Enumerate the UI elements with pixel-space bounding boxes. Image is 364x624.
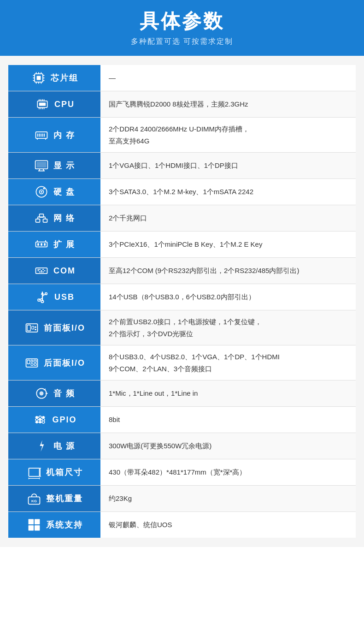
row-label-display: 显 示 bbox=[53, 160, 75, 171]
svg-rect-28 bbox=[42, 133, 43, 137]
svg-point-62 bbox=[41, 271, 42, 273]
svg-rect-79 bbox=[34, 360, 36, 362]
svg-rect-50 bbox=[41, 243, 43, 245]
svg-rect-108 bbox=[29, 519, 34, 525]
svg-point-60 bbox=[39, 271, 41, 273]
svg-point-63 bbox=[38, 269, 39, 270]
svg-point-74 bbox=[35, 326, 36, 328]
row-value-display: 1个VGA接口、1个HDMI接口、1个DP接口 bbox=[100, 153, 356, 179]
memory-icon bbox=[33, 127, 50, 143]
row-label-rear-io: 后面板I/O bbox=[44, 357, 85, 368]
row-value-power: 300W电源(可更换550W冗余电源) bbox=[100, 433, 356, 459]
row-value-audio: 1*Mic，1*Line out，1*Line in bbox=[100, 380, 356, 407]
svg-point-59 bbox=[44, 270, 46, 272]
svg-rect-77 bbox=[27, 360, 29, 363]
svg-rect-78 bbox=[31, 360, 33, 362]
svg-point-97 bbox=[42, 421, 45, 423]
svg-rect-51 bbox=[44, 243, 46, 245]
com-icon bbox=[33, 262, 50, 279]
svg-rect-25 bbox=[38, 133, 39, 137]
row-value-usb: 14个USB（8个USB3.0，6个USB2.0内部引出） bbox=[100, 284, 356, 310]
row-label-gpio: GPIO bbox=[52, 415, 76, 425]
cpu-icon bbox=[34, 96, 51, 113]
svg-rect-110 bbox=[29, 525, 34, 531]
audio-icon bbox=[33, 385, 50, 402]
dimensions-icon bbox=[26, 464, 42, 481]
row-label-network: 网 络 bbox=[53, 213, 75, 224]
row-label-expansion: 扩 展 bbox=[53, 239, 75, 250]
row-value-rear-io: 8个USB3.0、4个USB2.0、1个VGA、1个DP、1个HDMI9个COM… bbox=[100, 345, 356, 380]
svg-point-55 bbox=[38, 270, 39, 272]
row-label-chipset: 芯片组 bbox=[51, 72, 78, 83]
row-value-chipset: — bbox=[100, 65, 356, 91]
table-row: GPIO8bit bbox=[8, 407, 356, 433]
table-row: KG 整机重量约23Kg bbox=[8, 486, 356, 512]
front-panel-icon bbox=[23, 320, 40, 336]
row-label-com: COM bbox=[53, 266, 76, 276]
svg-rect-69 bbox=[38, 299, 40, 301]
svg-rect-99 bbox=[29, 468, 39, 476]
svg-point-61 bbox=[42, 271, 44, 273]
os-icon bbox=[26, 517, 42, 533]
power-icon bbox=[33, 438, 50, 454]
table-row: 音 频1*Mic，1*Line out，1*Line in bbox=[8, 380, 356, 407]
svg-point-58 bbox=[42, 269, 44, 270]
svg-rect-81 bbox=[34, 363, 36, 365]
table-row: 显 示1个VGA接口、1个HDMI接口、1个DP接口 bbox=[8, 153, 356, 179]
row-value-network: 2个千兆网口 bbox=[100, 205, 356, 232]
svg-marker-98 bbox=[40, 440, 44, 452]
row-label-usb: USB bbox=[54, 292, 75, 302]
usb-icon bbox=[34, 289, 51, 305]
table-row: 机箱尺寸430（带耳朵482）*481*177mm（宽*深*高） bbox=[8, 459, 356, 486]
svg-point-67 bbox=[45, 293, 47, 295]
table-row: COM至高12个COM (9个RS232内部引出，2个RS232/485内部引出… bbox=[8, 258, 356, 284]
svg-rect-41 bbox=[36, 219, 40, 222]
svg-point-93 bbox=[39, 418, 41, 421]
row-value-expansion: 3个PCIeX16、1个miniPCle B Key、1个M.2 E Key bbox=[100, 232, 356, 258]
display-icon bbox=[33, 157, 50, 174]
svg-point-95 bbox=[36, 421, 38, 423]
row-label-dimensions: 机箱尺寸 bbox=[46, 467, 83, 478]
svg-marker-65 bbox=[41, 291, 44, 294]
svg-rect-27 bbox=[41, 133, 42, 137]
table-row: 硬 盘3个SATA3.0、1个M.2 M-key、1个mSATA 2242 bbox=[8, 179, 356, 205]
weight-icon: KG bbox=[26, 490, 42, 507]
svg-text:KG: KG bbox=[31, 499, 37, 503]
row-value-com: 至高12个COM (9个RS232内部引出，2个RS232/485内部引出) bbox=[100, 258, 356, 284]
rear-panel-icon bbox=[23, 355, 40, 371]
svg-rect-15 bbox=[39, 102, 46, 106]
svg-rect-111 bbox=[35, 525, 40, 531]
row-label-weight: 整机重量 bbox=[46, 493, 83, 504]
page-title: 具体参数 bbox=[9, 8, 355, 34]
table-row: USB14个USB（8个USB3.0，6个USB2.0内部引出） bbox=[8, 284, 356, 310]
svg-rect-109 bbox=[35, 519, 40, 525]
spec-table-container: 芯片组— CPU国产飞腾腾锐D2000 8核处理器，主频2.3GHz 内 存2个… bbox=[0, 56, 364, 547]
svg-point-92 bbox=[36, 418, 38, 421]
table-row: CPU国产飞腾腾锐D2000 8核处理器，主频2.3GHz bbox=[8, 91, 356, 118]
table-row: 电 源300W电源(可更换550W冗余电源) bbox=[8, 433, 356, 459]
svg-point-89 bbox=[36, 416, 38, 418]
row-value-front-io: 2个前置USB2.0接口，1个电源按键，1个复位键，2个指示灯，3个DVD光驱位 bbox=[100, 310, 356, 345]
svg-point-57 bbox=[41, 270, 42, 272]
svg-point-83 bbox=[40, 392, 44, 396]
svg-rect-1 bbox=[37, 76, 41, 80]
svg-point-90 bbox=[39, 416, 41, 418]
row-value-gpio: 8bit bbox=[100, 407, 356, 433]
svg-point-40 bbox=[43, 188, 45, 190]
svg-point-56 bbox=[39, 269, 41, 270]
storage-icon bbox=[33, 184, 50, 200]
row-label-memory: 内 存 bbox=[53, 130, 75, 141]
table-row: 芯片组— bbox=[8, 65, 356, 91]
row-label-storage: 硬 盘 bbox=[53, 186, 75, 197]
svg-rect-49 bbox=[38, 243, 40, 245]
svg-point-91 bbox=[42, 416, 45, 418]
svg-rect-36 bbox=[37, 162, 47, 167]
network-icon bbox=[33, 210, 50, 226]
row-label-cpu: CPU bbox=[54, 100, 75, 109]
spec-table: 芯片组— CPU国产飞腾腾锐D2000 8核处理器，主频2.3GHz 内 存2个… bbox=[8, 65, 356, 538]
table-row: 扩 展3个PCIeX16、1个miniPCle B Key、1个M.2 E Ke… bbox=[8, 232, 356, 258]
svg-rect-42 bbox=[43, 219, 47, 222]
svg-point-39 bbox=[41, 191, 43, 193]
table-row: 内 存2个DDR4 2400/2666MHz U-DIMM内存插槽，至高支持64… bbox=[8, 118, 356, 153]
svg-rect-26 bbox=[39, 133, 40, 137]
